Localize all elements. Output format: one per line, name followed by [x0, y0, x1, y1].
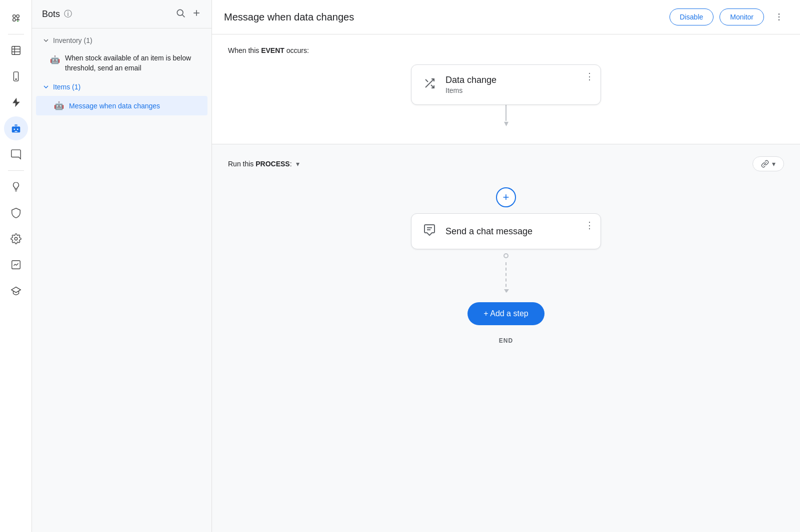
process-card-content: Send a chat message	[446, 226, 532, 237]
divider-2	[8, 170, 24, 171]
svg-point-0	[12, 15, 15, 17]
link-button[interactable]: ▾	[752, 156, 784, 171]
inventory-bot-label: When stock available of an item is below…	[65, 53, 202, 73]
event-section: When this EVENT occurs: ⋮ Data change It…	[212, 34, 800, 144]
group-inventory-label: Inventory (1)	[53, 36, 92, 44]
bot-item-icon: 🤖	[50, 54, 60, 65]
canvas-area: When this EVENT occurs: ⋮ Data change It…	[212, 34, 800, 532]
process-header: Run this PROCESS: ▾ ▾	[228, 156, 784, 171]
shield-icon[interactable]	[4, 201, 28, 225]
active-bot-icon: 🤖	[54, 101, 64, 110]
table-icon[interactable]	[4, 38, 28, 62]
sidebar: Bots ⓘ Inventory (1)	[32, 0, 212, 532]
end-label: END	[499, 337, 513, 344]
shuffle-icon	[424, 77, 436, 92]
svg-point-9	[16, 79, 16, 80]
add-a-step-button[interactable]: + Add a step	[468, 302, 544, 325]
group-items[interactable]: Items (1)	[32, 78, 212, 96]
sidebar-info-icon[interactable]: ⓘ	[64, 9, 72, 19]
svg-point-3	[18, 21, 18, 21]
event-section-label: When this EVENT occurs:	[228, 46, 784, 54]
svg-point-18	[177, 9, 183, 15]
event-card-title: Data change	[446, 75, 496, 85]
data-change-card[interactable]: ⋮ Data change Items	[411, 64, 601, 105]
mobile-icon[interactable]	[4, 64, 28, 88]
dashed-dot-top	[504, 253, 508, 258]
send-chat-card[interactable]: ⋮ Send a chat message	[411, 213, 601, 249]
list-item[interactable]: 🤖 When stock available of an item is bel…	[32, 48, 212, 78]
sidebar-content: Inventory (1) 🤖 When stock available of …	[32, 28, 212, 532]
app-icon[interactable]	[4, 6, 28, 30]
process-tools: ▾	[752, 156, 784, 171]
svg-point-12	[16, 128, 18, 130]
chat-nav-icon[interactable]	[4, 142, 28, 166]
more-options-icon[interactable]	[770, 8, 788, 26]
event-card-subtitle: Items	[446, 86, 496, 94]
active-bot-item[interactable]: 🤖 Message when data changes	[36, 96, 208, 115]
svg-point-11	[14, 128, 15, 130]
monitor-button[interactable]: Monitor	[720, 8, 764, 25]
main-content: Message when data changes Disable Monito…	[212, 0, 800, 532]
process-card-title: Send a chat message	[446, 226, 532, 237]
search-icon[interactable]	[176, 8, 186, 20]
page-title: Message when data changes	[224, 11, 354, 23]
chat-message-icon	[424, 224, 436, 239]
group-items-label: Items (1)	[53, 83, 80, 91]
graduation-icon[interactable]	[4, 279, 28, 303]
dashed-line-1	[506, 262, 506, 292]
connector-arrow-1: ▾	[504, 119, 508, 128]
active-bot-label: Message when data changes	[69, 102, 160, 110]
bot-nav-icon[interactable]	[4, 116, 28, 140]
sidebar-title: Bots ⓘ	[42, 9, 72, 19]
sidebar-title-text: Bots	[42, 9, 60, 19]
event-process-connector: ▾	[228, 105, 784, 128]
add-step-circle-button[interactable]: +	[496, 187, 516, 207]
svg-point-24	[778, 19, 780, 21]
group-inventory[interactable]: Inventory (1)	[32, 32, 212, 48]
sidebar-actions	[176, 8, 202, 20]
process-label-text: Run this PROCESS:	[228, 160, 292, 168]
settings-icon[interactable]	[4, 227, 28, 251]
dashed-connector	[504, 251, 508, 294]
svg-rect-13	[14, 131, 18, 132]
icon-rail	[0, 0, 32, 532]
sidebar-header: Bots ⓘ	[32, 0, 212, 28]
svg-point-2	[12, 18, 15, 21]
process-card-more-icon[interactable]: ⋮	[585, 220, 594, 231]
event-card-more-icon[interactable]: ⋮	[585, 71, 594, 82]
disable-button[interactable]: Disable	[670, 8, 714, 25]
add-bot-icon[interactable]	[192, 8, 202, 20]
main-header: Message when data changes Disable Monito…	[212, 0, 800, 34]
lightning-icon[interactable]	[4, 90, 28, 114]
header-actions: Disable Monitor	[670, 8, 788, 26]
process-section: Run this PROCESS: ▾ ▾ +	[212, 144, 800, 532]
svg-rect-4	[12, 46, 20, 55]
svg-point-23	[778, 16, 780, 18]
svg-line-19	[182, 15, 185, 17]
process-flow: + ⋮ Send a chat message	[228, 181, 784, 344]
process-label: Run this PROCESS: ▾	[228, 160, 300, 168]
svg-line-27	[426, 79, 428, 82]
svg-line-28	[763, 162, 767, 166]
divider-1	[8, 34, 24, 34]
svg-point-16	[14, 237, 18, 240]
event-card-content: Data change Items	[446, 75, 496, 94]
process-chevron-expand[interactable]: ▾	[772, 160, 776, 168]
analytics-icon[interactable]	[4, 253, 28, 277]
lightbulb-icon[interactable]	[4, 175, 28, 199]
process-chevron-icon[interactable]: ▾	[296, 160, 300, 168]
svg-point-22	[778, 13, 780, 15]
svg-point-1	[16, 15, 18, 17]
